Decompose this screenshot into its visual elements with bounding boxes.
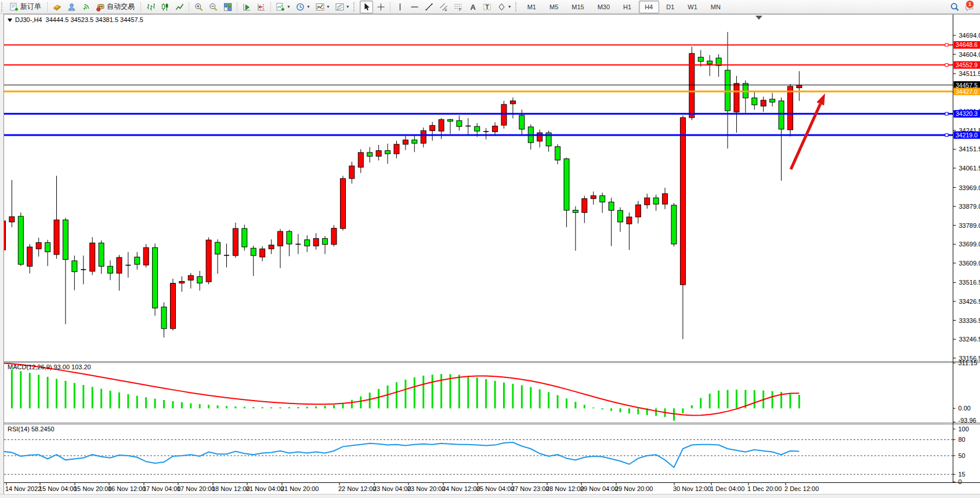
chevron-down-icon[interactable]: ▼ xyxy=(346,5,350,9)
support-line-1-handle[interactable] xyxy=(945,112,948,115)
timeframe-m1-button[interactable]: M1 xyxy=(522,1,543,13)
timeframe-m5-button[interactable]: M5 xyxy=(544,1,565,13)
market-button[interactable] xyxy=(50,1,64,13)
timeframe-m30-button-label: M30 xyxy=(595,3,613,10)
timeframe-h4-button-label: H4 xyxy=(642,3,656,10)
indicators-button[interactable]: ▼ xyxy=(313,1,332,13)
timeframe-d1-button[interactable]: D1 xyxy=(660,1,681,13)
trendline-icon xyxy=(424,2,434,12)
bull-candle xyxy=(761,100,766,106)
chart-shift-button[interactable] xyxy=(255,1,268,13)
toolbar-grip[interactable] xyxy=(515,2,519,12)
cursor-icon xyxy=(361,2,371,12)
profiles-button[interactable]: ▼ xyxy=(294,1,312,13)
timeframe-m15-button[interactable]: M15 xyxy=(566,1,590,13)
price-tick-label: 33789.0 xyxy=(959,222,980,229)
time-tick-label: 23 Nov 04:00 xyxy=(373,485,411,492)
bull-candle xyxy=(403,140,408,144)
resistance-line-2-handle[interactable] xyxy=(945,64,948,67)
time-tick-label: 21 Nov 20:00 xyxy=(281,485,319,492)
timeframe-m15-button-label: M15 xyxy=(569,3,587,10)
chart-canvas[interactable]: 34694.034604.034511.534421.534331.534241… xyxy=(4,14,980,495)
support-line-2-handle[interactable] xyxy=(945,133,948,136)
toolbar-separator xyxy=(47,2,48,12)
text-label-button[interactable]: T xyxy=(480,1,494,13)
search-button[interactable] xyxy=(948,1,961,13)
objects-button[interactable]: ▼ xyxy=(333,1,352,13)
bear-candle xyxy=(18,216,23,264)
fibonacci-button[interactable]: F xyxy=(451,1,465,13)
chart-dropdown-icon[interactable] xyxy=(8,19,12,22)
time-tick-label: 17 Nov 20:00 xyxy=(177,485,215,492)
bear-candle xyxy=(161,307,167,329)
bull-candle xyxy=(591,196,596,199)
time-tick-label: 25 Nov 04:00 xyxy=(476,485,514,492)
shapes-button[interactable]: ▼ xyxy=(495,1,513,13)
line-chart-button[interactable] xyxy=(173,1,186,13)
time-tick-label: 1 Dec 04:00 xyxy=(710,485,744,492)
time-tick-label: 2 Dec 12:00 xyxy=(784,485,819,492)
bear-candle xyxy=(457,121,462,126)
tile-windows-button[interactable] xyxy=(221,1,234,13)
chevron-down-icon[interactable]: ▼ xyxy=(306,5,310,9)
channel-button[interactable]: E xyxy=(437,1,450,13)
timeframe-w1-button[interactable]: W1 xyxy=(682,1,704,13)
rsi-tick-label: 80 xyxy=(959,436,965,443)
community-button[interactable] xyxy=(65,1,78,13)
timeframe-mn-button[interactable]: MN xyxy=(705,1,727,13)
search-icon xyxy=(950,2,960,12)
timeframe-h4-button[interactable]: H4 xyxy=(639,1,659,13)
bull-candle xyxy=(787,86,793,130)
signals-button[interactable] xyxy=(79,1,93,13)
bear-candle xyxy=(573,210,578,213)
bull-candle xyxy=(349,166,355,179)
toolbar-separator xyxy=(270,2,272,12)
time-tick-label: 15 Nov 20:00 xyxy=(74,485,111,492)
bear-candle xyxy=(153,248,158,308)
cursor-button[interactable] xyxy=(360,1,373,13)
timeframe-d1-button-label: D1 xyxy=(663,3,677,10)
price-tick-label: 33879.0 xyxy=(959,203,980,210)
toolbar-grip[interactable] xyxy=(353,2,357,12)
auto-scroll-icon xyxy=(242,2,252,12)
zoom-in-icon xyxy=(194,2,204,12)
autotrading-button[interactable]: 自动交易 xyxy=(94,1,138,13)
timeframe-m30-button[interactable]: M30 xyxy=(592,1,616,13)
chevron-down-icon[interactable]: ▼ xyxy=(287,5,291,9)
chart-shift-icon xyxy=(256,2,266,12)
crosshair-icon xyxy=(376,2,386,12)
svg-text:T: T xyxy=(485,3,489,10)
timeframe-h1-button[interactable]: H1 xyxy=(617,1,638,13)
candlestick-chart-button[interactable] xyxy=(158,1,172,13)
bear-candle xyxy=(197,277,202,283)
auto-scroll-button[interactable] xyxy=(240,1,254,13)
new-chart-button[interactable]: ▼ xyxy=(274,1,292,13)
bull-candle xyxy=(90,243,95,271)
trendline-button[interactable] xyxy=(422,1,436,13)
vertical-line-button[interactable] xyxy=(393,1,407,13)
price-tick-label: 34061.5 xyxy=(959,165,980,172)
resistance-line-1-handle[interactable] xyxy=(945,43,948,46)
chevron-down-icon[interactable]: ▼ xyxy=(508,5,512,9)
time-tick-label: 22 Nov 12:00 xyxy=(338,485,376,492)
bear-candle xyxy=(617,210,623,222)
zoom-out-button[interactable] xyxy=(207,1,220,13)
chart-background xyxy=(4,14,980,495)
bull-candle xyxy=(340,179,345,228)
orange-line-price-text: 34427.0 xyxy=(956,88,978,95)
crosshair-button[interactable] xyxy=(374,1,388,13)
text-label-icon: T xyxy=(482,2,492,12)
zoom-in-button[interactable] xyxy=(192,1,205,13)
chart-window[interactable]: 34694.034604.034511.534421.534331.534241… xyxy=(3,14,980,495)
bear-candle xyxy=(770,99,775,102)
notifications-button[interactable]: 1 xyxy=(963,1,976,13)
time-tick-label: 18 Nov 12:00 xyxy=(212,485,249,492)
rsi-tick-label: 15 xyxy=(959,471,965,478)
text-button[interactable]: A xyxy=(466,1,479,13)
bar-chart-button[interactable] xyxy=(144,1,157,13)
toolbar-grip[interactable] xyxy=(1,2,5,12)
horizontal-line-button[interactable] xyxy=(408,1,421,13)
chevron-down-icon[interactable]: ▼ xyxy=(326,5,330,9)
bear-candle xyxy=(305,240,310,246)
new-order-button[interactable]: 新订单 xyxy=(8,1,45,13)
